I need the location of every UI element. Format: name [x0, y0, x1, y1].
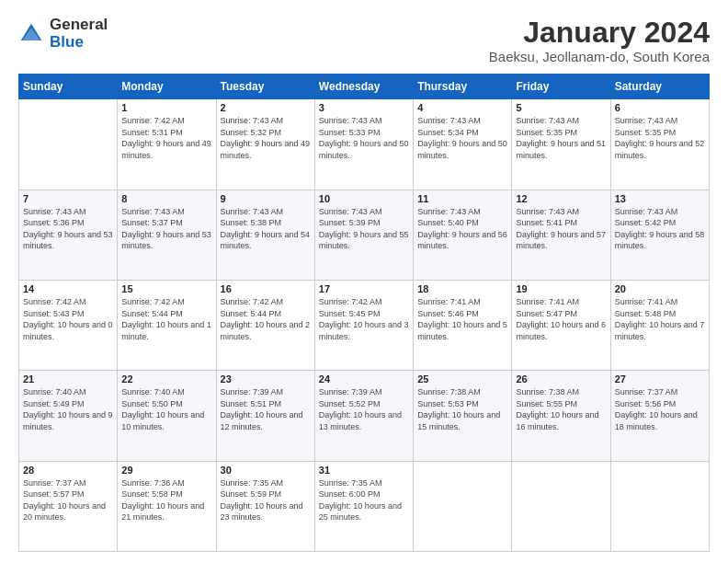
day-info: Sunrise: 7:38 AM Sunset: 5:55 PM Dayligh… — [516, 386, 606, 432]
day-info: Sunrise: 7:43 AM Sunset: 5:41 PM Dayligh… — [516, 206, 606, 252]
calendar-cell: 10Sunrise: 7:43 AM Sunset: 5:39 PM Dayli… — [314, 190, 413, 280]
day-number: 8 — [121, 193, 211, 204]
day-number: 6 — [615, 102, 705, 113]
calendar-cell: 1Sunrise: 7:42 AM Sunset: 5:31 PM Daylig… — [118, 99, 216, 190]
day-info: Sunrise: 7:43 AM Sunset: 5:39 PM Dayligh… — [319, 206, 409, 252]
day-info: Sunrise: 7:43 AM Sunset: 5:42 PM Dayligh… — [615, 206, 705, 252]
calendar-cell: 22Sunrise: 7:40 AM Sunset: 5:50 PM Dayli… — [118, 371, 216, 461]
calendar-cell: 19Sunrise: 7:41 AM Sunset: 5:47 PM Dayli… — [512, 280, 610, 370]
logo: General Blue — [18, 17, 108, 51]
day-number: 10 — [319, 193, 409, 204]
calendar-cell: 15Sunrise: 7:42 AM Sunset: 5:44 PM Dayli… — [118, 280, 216, 370]
day-number: 9 — [221, 193, 311, 204]
week-row: 14Sunrise: 7:42 AM Sunset: 5:43 PM Dayli… — [19, 280, 710, 370]
calendar-cell: 14Sunrise: 7:42 AM Sunset: 5:43 PM Dayli… — [19, 280, 118, 370]
calendar-cell: 29Sunrise: 7:36 AM Sunset: 5:58 PM Dayli… — [118, 461, 216, 551]
day-number: 5 — [516, 102, 606, 113]
day-number: 28 — [23, 465, 113, 476]
day-number: 31 — [319, 465, 409, 476]
day-info: Sunrise: 7:41 AM Sunset: 5:47 PM Dayligh… — [516, 296, 606, 342]
day-header-sunday: Sunday — [19, 75, 118, 99]
calendar-cell: 6Sunrise: 7:43 AM Sunset: 5:35 PM Daylig… — [610, 99, 709, 190]
day-number: 18 — [417, 283, 507, 294]
day-number: 19 — [516, 283, 606, 294]
calendar-cell: 21Sunrise: 7:40 AM Sunset: 5:49 PM Dayli… — [19, 371, 118, 461]
day-number: 23 — [221, 373, 311, 385]
day-info: Sunrise: 7:43 AM Sunset: 5:37 PM Dayligh… — [121, 206, 211, 252]
calendar-cell: 7Sunrise: 7:43 AM Sunset: 5:36 PM Daylig… — [19, 190, 118, 280]
calendar-cell: 12Sunrise: 7:43 AM Sunset: 5:41 PM Dayli… — [512, 190, 610, 280]
day-info: Sunrise: 7:43 AM Sunset: 5:35 PM Dayligh… — [516, 115, 606, 161]
day-info: Sunrise: 7:43 AM Sunset: 5:36 PM Dayligh… — [23, 206, 113, 252]
week-row: 21Sunrise: 7:40 AM Sunset: 5:49 PM Dayli… — [19, 371, 710, 461]
day-info: Sunrise: 7:43 AM Sunset: 5:34 PM Dayligh… — [417, 115, 507, 161]
calendar-cell: 23Sunrise: 7:39 AM Sunset: 5:51 PM Dayli… — [216, 371, 314, 461]
calendar-cell — [19, 99, 118, 190]
day-number: 26 — [516, 373, 606, 385]
logo-icon — [18, 21, 44, 47]
day-number: 4 — [417, 102, 507, 113]
day-number: 29 — [121, 465, 211, 476]
day-number: 21 — [23, 373, 113, 385]
day-info: Sunrise: 7:42 AM Sunset: 5:31 PM Dayligh… — [121, 115, 211, 161]
day-info: Sunrise: 7:43 AM Sunset: 5:38 PM Dayligh… — [221, 206, 311, 252]
day-number: 24 — [319, 373, 409, 385]
day-number: 3 — [319, 102, 409, 113]
day-number: 13 — [615, 193, 705, 204]
day-info: Sunrise: 7:43 AM Sunset: 5:32 PM Dayligh… — [221, 115, 311, 161]
day-number: 27 — [615, 373, 705, 385]
week-row: 28Sunrise: 7:37 AM Sunset: 5:57 PM Dayli… — [19, 461, 710, 551]
day-info: Sunrise: 7:42 AM Sunset: 5:44 PM Dayligh… — [221, 296, 311, 342]
logo-text: General Blue — [50, 17, 108, 51]
day-number: 11 — [417, 193, 507, 204]
month-title: January 2024 — [489, 17, 710, 49]
location: Baeksu, Jeollanam-do, South Korea — [489, 49, 710, 64]
day-info: Sunrise: 7:36 AM Sunset: 5:58 PM Dayligh… — [121, 477, 211, 523]
logo-blue: Blue — [50, 34, 108, 52]
day-number: 16 — [221, 283, 311, 294]
day-info: Sunrise: 7:41 AM Sunset: 5:46 PM Dayligh… — [417, 296, 507, 342]
calendar-cell: 9Sunrise: 7:43 AM Sunset: 5:38 PM Daylig… — [216, 190, 314, 280]
calendar-cell: 8Sunrise: 7:43 AM Sunset: 5:37 PM Daylig… — [118, 190, 216, 280]
week-row: 7Sunrise: 7:43 AM Sunset: 5:36 PM Daylig… — [19, 190, 710, 280]
calendar-cell: 5Sunrise: 7:43 AM Sunset: 5:35 PM Daylig… — [512, 99, 610, 190]
calendar-cell: 30Sunrise: 7:35 AM Sunset: 5:59 PM Dayli… — [216, 461, 314, 551]
calendar-cell — [414, 461, 512, 551]
calendar-cell: 2Sunrise: 7:43 AM Sunset: 5:32 PM Daylig… — [216, 99, 314, 190]
day-header-friday: Friday — [512, 75, 610, 99]
calendar-cell: 28Sunrise: 7:37 AM Sunset: 5:57 PM Dayli… — [19, 461, 118, 551]
day-info: Sunrise: 7:37 AM Sunset: 5:56 PM Dayligh… — [615, 386, 705, 432]
day-number: 12 — [516, 193, 606, 204]
calendar-cell: 13Sunrise: 7:43 AM Sunset: 5:42 PM Dayli… — [610, 190, 709, 280]
day-info: Sunrise: 7:35 AM Sunset: 5:59 PM Dayligh… — [221, 477, 311, 523]
day-info: Sunrise: 7:43 AM Sunset: 5:33 PM Dayligh… — [319, 115, 409, 161]
logo-general: General — [50, 17, 108, 34]
calendar-cell: 16Sunrise: 7:42 AM Sunset: 5:44 PM Dayli… — [216, 280, 314, 370]
calendar-cell: 27Sunrise: 7:37 AM Sunset: 5:56 PM Dayli… — [610, 371, 709, 461]
day-info: Sunrise: 7:35 AM Sunset: 6:00 PM Dayligh… — [319, 477, 409, 523]
day-info: Sunrise: 7:39 AM Sunset: 5:52 PM Dayligh… — [319, 386, 409, 432]
day-info: Sunrise: 7:42 AM Sunset: 5:43 PM Dayligh… — [23, 296, 113, 342]
day-number: 30 — [221, 465, 311, 476]
day-info: Sunrise: 7:41 AM Sunset: 5:48 PM Dayligh… — [615, 296, 705, 342]
day-header-saturday: Saturday — [610, 75, 709, 99]
day-info: Sunrise: 7:42 AM Sunset: 5:44 PM Dayligh… — [121, 296, 211, 342]
calendar-cell: 26Sunrise: 7:38 AM Sunset: 5:55 PM Dayli… — [512, 371, 610, 461]
calendar-cell: 24Sunrise: 7:39 AM Sunset: 5:52 PM Dayli… — [314, 371, 413, 461]
day-number: 1 — [121, 102, 211, 113]
day-number: 7 — [23, 193, 113, 204]
day-number: 17 — [319, 283, 409, 294]
calendar-cell: 20Sunrise: 7:41 AM Sunset: 5:48 PM Dayli… — [610, 280, 709, 370]
calendar-cell: 25Sunrise: 7:38 AM Sunset: 5:53 PM Dayli… — [414, 371, 512, 461]
day-number: 14 — [23, 283, 113, 294]
day-info: Sunrise: 7:39 AM Sunset: 5:51 PM Dayligh… — [221, 386, 311, 432]
day-info: Sunrise: 7:37 AM Sunset: 5:57 PM Dayligh… — [23, 477, 113, 523]
day-info: Sunrise: 7:43 AM Sunset: 5:40 PM Dayligh… — [417, 206, 507, 252]
day-info: Sunrise: 7:43 AM Sunset: 5:35 PM Dayligh… — [615, 115, 705, 161]
day-header-tuesday: Tuesday — [216, 75, 314, 99]
day-info: Sunrise: 7:38 AM Sunset: 5:53 PM Dayligh… — [417, 386, 507, 432]
day-header-monday: Monday — [118, 75, 216, 99]
title-block: January 2024 Baeksu, Jeollanam-do, South… — [489, 17, 710, 64]
day-number: 2 — [221, 102, 311, 113]
header-row: SundayMondayTuesdayWednesdayThursdayFrid… — [19, 75, 710, 99]
